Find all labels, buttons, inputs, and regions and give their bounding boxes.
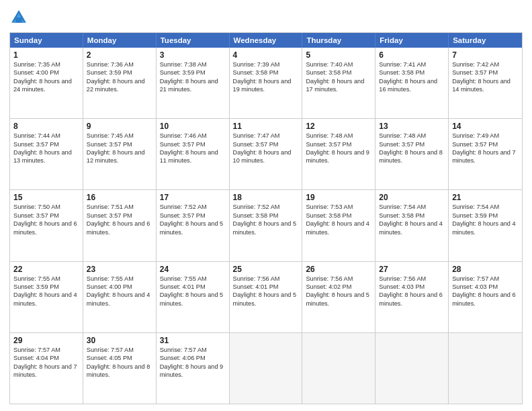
cal-cell (230, 333, 303, 404)
cal-cell: 1Sunrise: 7:35 AM Sunset: 4:00 PM Daylig… (10, 48, 83, 118)
day-info: Sunrise: 7:42 AM Sunset: 3:57 PM Dayligh… (452, 60, 519, 94)
cal-cell: 30Sunrise: 7:57 AM Sunset: 4:05 PM Dayli… (83, 333, 157, 404)
cal-cell: 7Sunrise: 7:42 AM Sunset: 3:57 PM Daylig… (449, 48, 522, 118)
day-number: 18 (233, 193, 299, 202)
header (9, 8, 523, 27)
day-number: 17 (160, 193, 226, 202)
day-info: Sunrise: 7:53 AM Sunset: 3:58 PM Dayligh… (306, 203, 371, 236)
day-number: 22 (13, 265, 79, 274)
cal-cell: 9Sunrise: 7:45 AM Sunset: 3:57 PM Daylig… (83, 119, 157, 189)
cal-cell: 28Sunrise: 7:57 AM Sunset: 4:03 PM Dayli… (449, 262, 522, 332)
day-number: 28 (452, 265, 519, 274)
cal-header-saturday: Saturday (449, 33, 522, 48)
day-info: Sunrise: 7:39 AM Sunset: 3:58 PM Dayligh… (233, 60, 299, 94)
cal-cell: 16Sunrise: 7:51 AM Sunset: 3:57 PM Dayli… (83, 190, 157, 261)
day-number: 19 (306, 193, 371, 202)
cal-cell: 14Sunrise: 7:49 AM Sunset: 3:57 PM Dayli… (449, 119, 522, 189)
day-number: 21 (452, 193, 519, 202)
day-number: 24 (160, 265, 226, 274)
cal-week-1: 1Sunrise: 7:35 AM Sunset: 4:00 PM Daylig… (10, 48, 522, 118)
cal-week-2: 8Sunrise: 7:44 AM Sunset: 3:57 PM Daylig… (10, 118, 522, 189)
day-number: 30 (87, 336, 152, 345)
day-info: Sunrise: 7:48 AM Sunset: 3:57 PM Dayligh… (379, 132, 445, 165)
cal-cell: 6Sunrise: 7:41 AM Sunset: 3:58 PM Daylig… (375, 48, 449, 118)
day-info: Sunrise: 7:52 AM Sunset: 3:58 PM Dayligh… (233, 203, 299, 236)
logo (9, 8, 31, 27)
day-number: 10 (160, 122, 226, 131)
day-info: Sunrise: 7:52 AM Sunset: 3:57 PM Dayligh… (160, 203, 226, 236)
cal-week-4: 22Sunrise: 7:55 AM Sunset: 3:59 PM Dayli… (10, 261, 522, 332)
cal-cell: 29Sunrise: 7:57 AM Sunset: 4:04 PM Dayli… (10, 333, 83, 404)
day-info: Sunrise: 7:35 AM Sunset: 4:00 PM Dayligh… (13, 60, 79, 94)
cal-cell: 24Sunrise: 7:55 AM Sunset: 4:01 PM Dayli… (157, 262, 230, 332)
day-number: 23 (87, 265, 152, 274)
cal-header-sunday: Sunday (10, 33, 83, 48)
day-info: Sunrise: 7:57 AM Sunset: 4:03 PM Dayligh… (452, 275, 519, 308)
day-number: 6 (379, 50, 445, 60)
day-info: Sunrise: 7:57 AM Sunset: 4:04 PM Dayligh… (13, 346, 79, 379)
page: SundayMondayTuesdayWednesdayThursdayFrid… (0, 0, 532, 411)
day-info: Sunrise: 7:51 AM Sunset: 3:57 PM Dayligh… (87, 203, 152, 236)
cal-cell: 10Sunrise: 7:46 AM Sunset: 3:57 PM Dayli… (157, 119, 230, 189)
cal-cell: 18Sunrise: 7:52 AM Sunset: 3:58 PM Dayli… (230, 190, 303, 261)
day-number: 9 (87, 122, 152, 131)
calendar-header-row: SundayMondayTuesdayWednesdayThursdayFrid… (10, 33, 522, 48)
day-info: Sunrise: 7:49 AM Sunset: 3:57 PM Dayligh… (452, 132, 519, 165)
day-number: 2 (87, 50, 152, 60)
cal-header-tuesday: Tuesday (157, 33, 230, 48)
day-info: Sunrise: 7:44 AM Sunset: 3:57 PM Dayligh… (13, 132, 79, 165)
cal-cell: 5Sunrise: 7:40 AM Sunset: 3:58 PM Daylig… (302, 48, 375, 118)
cal-header-thursday: Thursday (302, 33, 375, 48)
day-number: 13 (379, 122, 445, 131)
cal-cell: 21Sunrise: 7:54 AM Sunset: 3:59 PM Dayli… (449, 190, 522, 261)
day-info: Sunrise: 7:56 AM Sunset: 4:02 PM Dayligh… (306, 275, 371, 308)
day-number: 15 (13, 193, 79, 202)
cal-cell: 25Sunrise: 7:56 AM Sunset: 4:01 PM Dayli… (230, 262, 303, 332)
day-number: 16 (87, 193, 152, 202)
day-info: Sunrise: 7:55 AM Sunset: 4:00 PM Dayligh… (87, 275, 152, 308)
day-number: 7 (452, 50, 519, 60)
cal-cell: 27Sunrise: 7:56 AM Sunset: 4:03 PM Dayli… (375, 262, 449, 332)
cal-cell: 4Sunrise: 7:39 AM Sunset: 3:58 PM Daylig… (230, 48, 303, 118)
day-info: Sunrise: 7:36 AM Sunset: 3:59 PM Dayligh… (87, 60, 152, 94)
day-number: 5 (306, 50, 371, 60)
cal-cell: 15Sunrise: 7:50 AM Sunset: 3:57 PM Dayli… (10, 190, 83, 261)
cal-cell: 31Sunrise: 7:57 AM Sunset: 4:06 PM Dayli… (157, 333, 230, 404)
day-number: 20 (379, 193, 445, 202)
cal-cell: 12Sunrise: 7:48 AM Sunset: 3:57 PM Dayli… (302, 119, 375, 189)
cal-cell: 8Sunrise: 7:44 AM Sunset: 3:57 PM Daylig… (10, 119, 83, 189)
cal-cell (375, 333, 449, 404)
cal-week-5: 29Sunrise: 7:57 AM Sunset: 4:04 PM Dayli… (10, 332, 522, 404)
cal-cell: 19Sunrise: 7:53 AM Sunset: 3:58 PM Dayli… (302, 190, 375, 261)
day-info: Sunrise: 7:54 AM Sunset: 3:58 PM Dayligh… (379, 203, 445, 236)
calendar: SundayMondayTuesdayWednesdayThursdayFrid… (9, 32, 523, 404)
day-info: Sunrise: 7:48 AM Sunset: 3:57 PM Dayligh… (306, 132, 371, 165)
day-number: 27 (379, 265, 445, 274)
day-info: Sunrise: 7:45 AM Sunset: 3:57 PM Dayligh… (87, 132, 152, 165)
day-number: 11 (233, 122, 299, 131)
day-info: Sunrise: 7:54 AM Sunset: 3:59 PM Dayligh… (452, 203, 519, 236)
day-number: 25 (233, 265, 299, 274)
cal-cell: 20Sunrise: 7:54 AM Sunset: 3:58 PM Dayli… (375, 190, 449, 261)
cal-cell: 22Sunrise: 7:55 AM Sunset: 3:59 PM Dayli… (10, 262, 83, 332)
cal-cell: 3Sunrise: 7:38 AM Sunset: 3:59 PM Daylig… (157, 48, 230, 118)
day-info: Sunrise: 7:55 AM Sunset: 4:01 PM Dayligh… (160, 275, 226, 308)
day-number: 31 (160, 336, 226, 345)
cal-cell: 2Sunrise: 7:36 AM Sunset: 3:59 PM Daylig… (83, 48, 157, 118)
day-number: 14 (452, 122, 519, 131)
cal-header-wednesday: Wednesday (230, 33, 303, 48)
day-info: Sunrise: 7:41 AM Sunset: 3:58 PM Dayligh… (379, 60, 445, 94)
cal-week-3: 15Sunrise: 7:50 AM Sunset: 3:57 PM Dayli… (10, 189, 522, 261)
logo-icon (9, 8, 28, 27)
day-info: Sunrise: 7:38 AM Sunset: 3:59 PM Dayligh… (160, 60, 226, 94)
cal-cell (302, 333, 375, 404)
day-info: Sunrise: 7:46 AM Sunset: 3:57 PM Dayligh… (160, 132, 226, 165)
day-info: Sunrise: 7:47 AM Sunset: 3:57 PM Dayligh… (233, 132, 299, 165)
day-number: 26 (306, 265, 371, 274)
cal-cell: 13Sunrise: 7:48 AM Sunset: 3:57 PM Dayli… (375, 119, 449, 189)
cal-cell: 11Sunrise: 7:47 AM Sunset: 3:57 PM Dayli… (230, 119, 303, 189)
day-info: Sunrise: 7:57 AM Sunset: 4:05 PM Dayligh… (87, 346, 152, 379)
day-info: Sunrise: 7:40 AM Sunset: 3:58 PM Dayligh… (306, 60, 371, 94)
day-info: Sunrise: 7:57 AM Sunset: 4:06 PM Dayligh… (160, 346, 226, 379)
day-info: Sunrise: 7:56 AM Sunset: 4:01 PM Dayligh… (233, 275, 299, 308)
